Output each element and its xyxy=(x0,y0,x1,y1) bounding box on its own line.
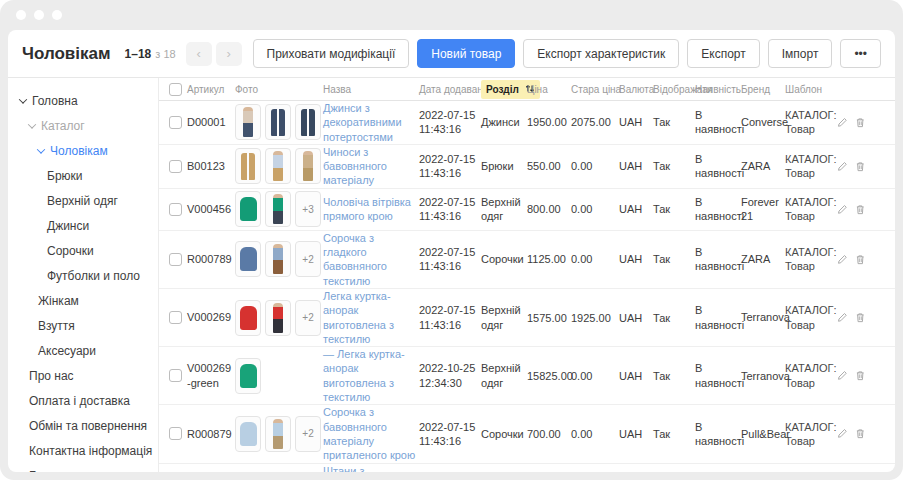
product-price: 1125.00 xyxy=(527,253,569,265)
product-currency: UAH xyxy=(619,203,651,215)
pants-graphic xyxy=(271,109,285,136)
product-name-link[interactable]: Сорочка з гладкого бавовняного текстилю xyxy=(323,231,417,288)
row-checkbox[interactable] xyxy=(169,311,182,324)
edit-icon[interactable] xyxy=(837,160,848,173)
import-button[interactable]: Імпорт xyxy=(768,39,833,68)
edit-icon[interactable] xyxy=(837,253,848,266)
sidebar-item-контактна-інформація[interactable]: Контактна інформація xyxy=(8,438,158,463)
row-actions xyxy=(837,160,865,173)
sidebar-item-жінкам[interactable]: Жінкам xyxy=(8,288,158,313)
row-checkbox[interactable] xyxy=(169,160,182,173)
delete-icon[interactable] xyxy=(855,369,866,382)
sidebar-item-label: Обмін та повернення xyxy=(29,419,147,433)
edit-icon[interactable] xyxy=(837,427,848,440)
product-name-link[interactable]: Чоловіча вітрівка прямого крою xyxy=(323,195,417,224)
row-checkbox[interactable] xyxy=(169,427,182,440)
template-type: КАТАЛОГ: xyxy=(785,108,835,122)
edit-icon[interactable] xyxy=(837,203,848,216)
product-availability: В наявності xyxy=(695,303,739,332)
sidebar-item-оплата-і-доставка[interactable]: Оплата і доставка xyxy=(8,388,158,413)
delete-icon[interactable] xyxy=(855,311,866,324)
more-photos-badge: +2 xyxy=(295,241,321,277)
delete-icon[interactable] xyxy=(855,427,866,440)
top-graphic xyxy=(240,422,257,446)
product-name-link[interactable]: Штани з бавовняного матеріалу прямого кр… xyxy=(323,464,417,472)
table-row: D00001Джинси з декоративними потертостям… xyxy=(159,101,895,145)
sidebar-item-аксесуари[interactable]: Аксесуари xyxy=(8,338,158,363)
sorted-column-label: Розділ xyxy=(486,84,519,95)
column-header-дата-додавання: Дата додавання xyxy=(419,84,479,95)
product-sku: D00001 xyxy=(187,115,233,129)
figure-graphic xyxy=(243,107,253,137)
template-value: Товар xyxy=(785,209,835,223)
sidebar-item-футболки-и-поло[interactable]: Футболки и поло xyxy=(8,263,158,288)
product-photo xyxy=(265,416,291,452)
product-currency: UAH xyxy=(619,116,651,128)
delete-icon[interactable] xyxy=(855,116,866,129)
chevron-down-icon xyxy=(19,95,27,103)
sidebar-item-обмін-та-повернення[interactable]: Обмін та повернення xyxy=(8,413,158,438)
sidebar-item-взуття[interactable]: Взуття xyxy=(8,313,158,338)
sidebar-item-чоловікам[interactable]: Чоловікам xyxy=(8,138,158,163)
sidebar-item-про-нас[interactable]: Про нас xyxy=(8,363,158,388)
more-photos-count: +2 xyxy=(302,312,313,323)
select-all-checkbox[interactable] xyxy=(169,83,182,96)
more-actions-button[interactable]: ••• xyxy=(840,39,881,68)
column-header-бренд: Бренд xyxy=(741,84,783,95)
sidebar-item-джинси[interactable]: Джинси xyxy=(8,213,158,238)
sidebar-item-верхній-одяг[interactable]: Верхній одяг xyxy=(8,188,158,213)
product-name-link[interactable]: Чиноси з бавовняного матеріалу xyxy=(323,145,417,188)
product-currency: UAH xyxy=(619,370,651,382)
product-brand: Terranova xyxy=(741,369,783,383)
window-maximize-button[interactable] xyxy=(52,10,62,20)
sidebar-item-label: Верхній одяг xyxy=(47,194,118,208)
date-value: 2022-10-25 xyxy=(419,361,479,375)
sidebar-item-label: Брюки xyxy=(47,169,83,183)
product-name-link[interactable]: Сорочка з бавовняного матеріалу притален… xyxy=(323,405,417,462)
delete-icon[interactable] xyxy=(855,160,866,173)
export-characteristics-button[interactable]: Експорт характеристик xyxy=(523,39,679,68)
sidebar-item-каталог[interactable]: Каталог xyxy=(8,113,158,138)
template-value: Товар xyxy=(785,376,835,390)
product-section: Сорочки xyxy=(481,427,525,441)
sidebar-item-головна[interactable]: Головна xyxy=(8,88,158,113)
sidebar-item-блог[interactable]: Блог xyxy=(8,463,158,472)
edit-icon[interactable] xyxy=(837,369,848,382)
product-photos: +2 xyxy=(235,300,321,336)
new-product-button[interactable]: Новий товар xyxy=(417,39,515,68)
column-header-наявність: Наявність xyxy=(695,84,739,95)
row-checkbox[interactable] xyxy=(169,116,182,129)
row-checkbox[interactable] xyxy=(169,369,182,382)
edit-icon[interactable] xyxy=(837,311,848,324)
export-button[interactable]: Експорт xyxy=(687,39,759,68)
product-section: Брюки xyxy=(481,159,525,173)
window-close-button[interactable] xyxy=(16,10,26,20)
pagination-range: 1–18 xyxy=(125,47,152,61)
more-photos-count: +2 xyxy=(302,254,313,265)
sidebar-item-label: Жінкам xyxy=(38,294,79,308)
pants-graphic xyxy=(301,109,315,136)
delete-icon[interactable] xyxy=(855,253,866,266)
window-minimize-button[interactable] xyxy=(34,10,44,20)
sidebar-item-брюки[interactable]: Брюки xyxy=(8,163,158,188)
edit-icon[interactable] xyxy=(837,116,848,129)
column-header-стара-ціна: Стара ціна xyxy=(571,84,617,95)
more-photos-badge: +2 xyxy=(295,300,321,336)
pagination-next-button[interactable]: › xyxy=(216,42,242,66)
pagination-prev-button[interactable]: ‹ xyxy=(186,42,212,66)
figure-graphic xyxy=(273,419,283,449)
product-name-link[interactable]: Легка куртка-анорак виготовлена з тексти… xyxy=(323,289,417,346)
top-graphic xyxy=(240,247,257,271)
hide-modifications-button[interactable]: Приховати модифікації xyxy=(253,39,410,68)
product-name-link[interactable]: — Легка куртка-анорак виготовлена з текс… xyxy=(323,347,417,404)
delete-icon[interactable] xyxy=(855,203,866,216)
product-photos xyxy=(235,148,321,184)
product-photos xyxy=(235,104,321,140)
row-checkbox[interactable] xyxy=(169,203,182,216)
product-name-link[interactable]: Джинси з декоративними потертостями xyxy=(323,101,417,144)
app-window: Чоловікам 1–18 з 18 ‹ › Приховати модифі… xyxy=(0,0,903,480)
table-row: V000456+3Чоловіча вітрівка прямого крою2… xyxy=(159,189,895,231)
row-checkbox[interactable] xyxy=(169,253,182,266)
table-row: B000321+2Штани з бавовняного матеріалу п… xyxy=(159,464,895,472)
sidebar-item-сорочки[interactable]: Сорочки xyxy=(8,238,158,263)
